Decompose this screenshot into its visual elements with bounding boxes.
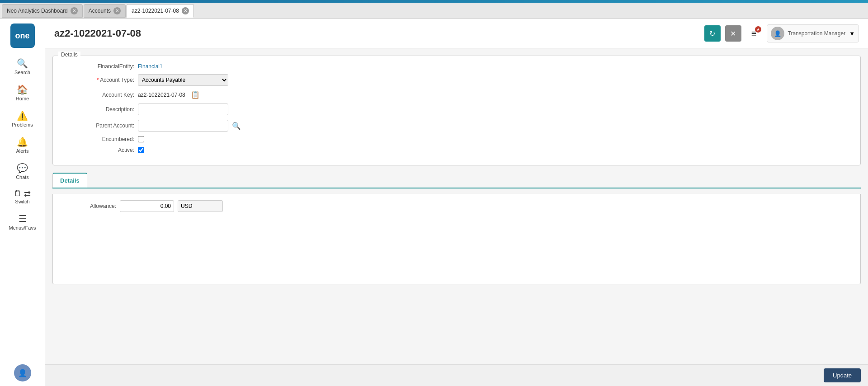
sidebar-switch-label: Switch xyxy=(15,199,29,204)
sidebar-item-home[interactable]: 🏠 Home xyxy=(2,80,43,105)
sub-tab-details-label: Details xyxy=(60,177,80,184)
account-type-select[interactable]: Accounts Payable Accounts Receivable Gen… xyxy=(138,74,228,86)
tab-record-label: az2-1022021-07-08 xyxy=(132,8,179,14)
account-key-value: az2-1022021-07-08 xyxy=(138,92,185,98)
warning-icon: ⚠️ xyxy=(17,110,28,121)
content-area: az2-1022021-07-08 ↻ ✕ ≡ ★ 👤 Transportati… xyxy=(45,19,868,386)
bell-icon: 🔔 xyxy=(17,137,28,147)
tab-record-close[interactable]: ✕ xyxy=(182,7,189,14)
parent-account-label: Parent Account: xyxy=(62,122,134,129)
avatar-icon: 👤 xyxy=(18,369,27,377)
sidebar-item-problems[interactable]: ⚠️ Problems xyxy=(2,107,43,131)
sidebar-item-search[interactable]: 🔍 Search xyxy=(2,54,43,79)
user-dropdown[interactable]: 👤 Transportation Manager ▼ xyxy=(767,24,859,42)
details-section: Details FinancialEntity: Financial1 Acco… xyxy=(52,56,861,165)
encumbered-checkbox[interactable] xyxy=(138,136,144,142)
encumbered-label: Encumbered: xyxy=(62,136,134,142)
active-label: Active: xyxy=(62,147,134,153)
account-type-label: Account Type: xyxy=(62,77,134,83)
account-key-label: Account Key: xyxy=(62,92,134,98)
details-section-title: Details xyxy=(58,52,80,58)
tab-record[interactable]: az2-1022021-07-08 ✕ xyxy=(127,4,194,18)
encumbered-row: Encumbered: xyxy=(62,136,851,142)
sidebar-logo[interactable]: one xyxy=(10,24,35,48)
menus-icon: ☰ xyxy=(19,213,27,224)
parent-account-search-button[interactable]: 🔍 xyxy=(232,122,241,130)
sidebar-menus-label: Menus/Favs xyxy=(9,225,36,231)
dropdown-chevron-icon: ▼ xyxy=(849,30,855,37)
sidebar-item-alerts[interactable]: 🔔 Alerts xyxy=(2,133,43,157)
logo-text: one xyxy=(15,31,29,41)
sub-tab-details[interactable]: Details xyxy=(52,173,87,188)
sidebar-search-label: Search xyxy=(14,70,30,75)
tab-accounts-label: Accounts xyxy=(89,8,111,14)
page-title: az2-1022021-07-08 xyxy=(54,28,141,39)
form-container: Details FinancialEntity: Financial1 Acco… xyxy=(45,48,868,364)
allowance-section: Allowance: xyxy=(52,194,861,284)
allowance-label: Allowance: xyxy=(62,203,116,209)
switch-icon-left: 🗒 xyxy=(14,189,22,199)
user-avatar-header: 👤 xyxy=(771,27,784,40)
sidebar: one 🔍 Search 🏠 Home ⚠️ Problems 🔔 Alerts… xyxy=(0,19,45,386)
tab-neo-close[interactable]: ✕ xyxy=(71,7,78,14)
sidebar-chats-label: Chats xyxy=(16,174,29,180)
home-icon: 🏠 xyxy=(17,84,28,95)
allowance-input[interactable] xyxy=(120,200,174,212)
description-row: Description: xyxy=(62,104,851,115)
tab-neo-label: Neo Analytics Dashboard xyxy=(7,8,68,14)
user-avatar-sidebar[interactable]: 👤 xyxy=(14,364,31,381)
header-actions: ↻ ✕ ≡ ★ 👤 Transportation Manager ▼ xyxy=(704,24,859,42)
parent-account-input[interactable] xyxy=(138,120,228,132)
sidebar-home-label: Home xyxy=(16,96,29,101)
sidebar-item-chats[interactable]: 💬 Chats xyxy=(2,159,43,184)
account-key-row: Account Key: az2-1022021-07-08 📋 xyxy=(62,90,851,99)
parent-account-row: Parent Account: 🔍 xyxy=(62,120,851,132)
sidebar-item-menus[interactable]: ☰ Menus/Favs xyxy=(2,210,43,234)
account-type-select-wrapper: Accounts Payable Accounts Receivable Gen… xyxy=(138,74,228,86)
currency-input[interactable] xyxy=(178,200,223,212)
tab-neo[interactable]: Neo Analytics Dashboard ✕ xyxy=(2,4,83,18)
description-input[interactable] xyxy=(138,104,228,115)
tab-accounts-close[interactable]: ✕ xyxy=(113,7,121,14)
sidebar-problems-label: Problems xyxy=(12,122,33,127)
account-type-row: Account Type: Accounts Payable Accounts … xyxy=(62,74,851,86)
tab-bar: Neo Analytics Dashboard ✕ Accounts ✕ az2… xyxy=(0,3,868,19)
page-header: az2-1022021-07-08 ↻ ✕ ≡ ★ 👤 Transportati… xyxy=(45,19,868,48)
chat-icon: 💬 xyxy=(17,163,28,174)
footer-bar: Update xyxy=(45,364,868,386)
active-row: Active: xyxy=(62,147,851,153)
menu-button[interactable]: ≡ ★ xyxy=(746,25,762,42)
search-icon: 🔍 xyxy=(17,58,28,69)
user-name: Transportation Manager xyxy=(788,30,846,37)
menu-badge: ★ xyxy=(755,26,761,33)
update-button[interactable]: Update xyxy=(824,368,861,382)
refresh-button[interactable]: ↻ xyxy=(704,25,721,42)
switch-icon-right: ⇄ xyxy=(24,189,31,199)
financial-entity-label: FinancialEntity: xyxy=(62,63,134,70)
tab-accounts[interactable]: Accounts ✕ xyxy=(84,4,126,18)
financial-entity-value[interactable]: Financial1 xyxy=(138,63,163,70)
allowance-row: Allowance: xyxy=(62,200,851,212)
main-layout: one 🔍 Search 🏠 Home ⚠️ Problems 🔔 Alerts… xyxy=(0,19,868,386)
sub-tab-strip: Details xyxy=(52,173,861,188)
financial-entity-row: FinancialEntity: Financial1 xyxy=(62,63,851,70)
active-checkbox[interactable] xyxy=(138,147,144,153)
close-record-button[interactable]: ✕ xyxy=(725,25,741,42)
description-label: Description: xyxy=(62,106,134,113)
copy-icon[interactable]: 📋 xyxy=(191,90,200,99)
sidebar-item-switch[interactable]: 🗒 ⇄ Switch xyxy=(2,185,43,208)
sidebar-alerts-label: Alerts xyxy=(16,148,28,154)
